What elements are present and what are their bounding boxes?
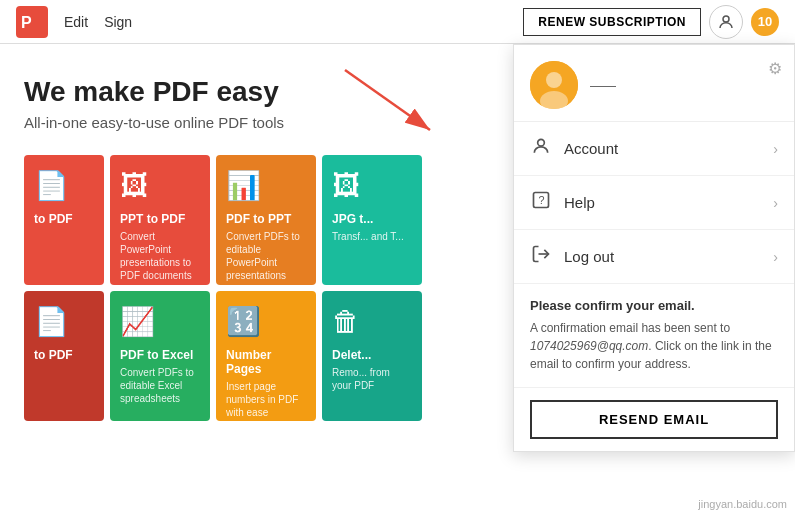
svg-text:?: ? xyxy=(539,194,545,206)
logo-icon[interactable]: P xyxy=(16,6,48,38)
tool-card-to-pdf[interactable]: 📄 to PDF xyxy=(24,155,104,285)
nav-edit[interactable]: Edit xyxy=(64,14,88,30)
dropdown-item-help[interactable]: ? Help › xyxy=(514,176,794,230)
profile-avatar xyxy=(530,61,578,109)
dropdown-item-account[interactable]: Account › xyxy=(514,122,794,176)
svg-point-6 xyxy=(538,139,545,146)
email-confirm-text: A confirmation email has been sent to 10… xyxy=(530,319,778,373)
delete-desc: Remo... from your PDF xyxy=(332,366,412,392)
to-pdf-2-icon: 📄 xyxy=(34,305,94,338)
email-confirm-body: A confirmation email has been sent to xyxy=(530,321,730,335)
number-pages-title: Number Pages xyxy=(226,348,306,376)
logout-chevron-icon: › xyxy=(773,249,778,265)
delete-title: Delet... xyxy=(332,348,412,362)
user-account-button[interactable] xyxy=(709,5,743,39)
email-confirm-section: Please confirm your email. A confirmatio… xyxy=(514,284,794,388)
nav-sign[interactable]: Sign xyxy=(104,14,132,30)
dropdown-profile: —— ⚙ xyxy=(514,45,794,122)
svg-point-5 xyxy=(540,91,568,109)
ppt-to-pdf-title: PPT to PDF xyxy=(120,212,200,226)
email-confirm-email: 1074025969@qq.com xyxy=(530,339,648,353)
pdf-to-ppt-title: PDF to PPT xyxy=(226,212,306,226)
email-confirm-title: Please confirm your email. xyxy=(530,298,778,313)
tool-card-pdf-to-ppt[interactable]: 📊 PDF to PPT Convert PDFs to editable Po… xyxy=(216,155,316,285)
logout-icon xyxy=(530,244,552,269)
profile-settings-icon[interactable]: ⚙ xyxy=(768,59,782,78)
jpg-title: JPG t... xyxy=(332,212,412,226)
topbar: P Edit Sign RENEW SUBSCRIPTION 10 xyxy=(0,0,795,44)
account-chevron-icon: › xyxy=(773,141,778,157)
help-icon: ? xyxy=(530,190,552,215)
tool-card-pdf-to-excel[interactable]: 📈 PDF to Excel Convert PDFs to editable … xyxy=(110,291,210,421)
resend-email-button[interactable]: RESEND EMAIL xyxy=(530,400,778,439)
tool-card-number-pages[interactable]: 🔢 Number Pages Insert page numbers in PD… xyxy=(216,291,316,421)
dropdown-item-logout[interactable]: Log out › xyxy=(514,230,794,284)
resend-btn-wrap: RESEND EMAIL xyxy=(514,388,794,451)
to-pdf-icon: 📄 xyxy=(34,169,94,202)
baidu-watermark: jingyan.baidu.com xyxy=(698,498,787,510)
help-chevron-icon: › xyxy=(773,195,778,211)
svg-point-4 xyxy=(546,72,562,88)
number-pages-desc: Insert page numbers in PDF with ease xyxy=(226,380,306,419)
topbar-right: RENEW SUBSCRIPTION 10 xyxy=(523,5,779,39)
jpg-desc: Transf... and T... xyxy=(332,230,412,243)
tool-card-jpg[interactable]: 🖼 JPG t... Transf... and T... xyxy=(322,155,422,285)
account-label: Account xyxy=(564,140,761,157)
notification-badge[interactable]: 10 xyxy=(751,8,779,36)
dropdown-menu: —— ⚙ Account › ? Help › xyxy=(513,44,795,452)
profile-name-text: —— xyxy=(590,78,616,93)
logout-label: Log out xyxy=(564,248,761,265)
tool-card-delete[interactable]: 🗑 Delet... Remo... from your PDF xyxy=(322,291,422,421)
help-label: Help xyxy=(564,194,761,211)
pdf-to-excel-title: PDF to Excel xyxy=(120,348,200,362)
account-icon xyxy=(530,136,552,161)
ppt-to-pdf-desc: Convert PowerPoint presentations to PDF … xyxy=(120,230,200,282)
svg-text:P: P xyxy=(21,14,32,31)
pdf-to-excel-desc: Convert PDFs to editable Excel spreadshe… xyxy=(120,366,200,405)
top-nav: Edit Sign xyxy=(64,14,132,30)
to-pdf-2-title: to PDF xyxy=(34,348,94,362)
to-pdf-title: to PDF xyxy=(34,212,94,226)
tool-card-to-pdf-2[interactable]: 📄 to PDF xyxy=(24,291,104,421)
svg-point-2 xyxy=(723,16,729,22)
tool-card-ppt-to-pdf[interactable]: 🖼 PPT to PDF Convert PowerPoint presenta… xyxy=(110,155,210,285)
renew-subscription-button[interactable]: RENEW SUBSCRIPTION xyxy=(523,8,701,36)
pdf-to-ppt-desc: Convert PDFs to editable PowerPoint pres… xyxy=(226,230,306,282)
